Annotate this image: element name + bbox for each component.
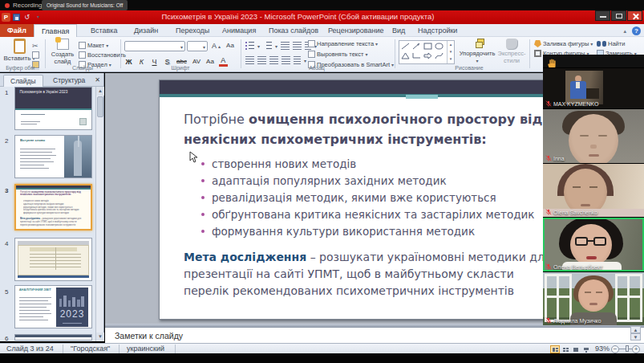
language-status[interactable]: украинский bbox=[127, 345, 164, 353]
zoom-percent[interactable]: 93% bbox=[595, 345, 610, 353]
text-shadow-button[interactable]: S bbox=[163, 58, 172, 66]
help-icon[interactable]: ? bbox=[632, 27, 641, 35]
next-slide-icon[interactable]: ▼ bbox=[630, 333, 641, 341]
strikethrough-button[interactable]: abc bbox=[176, 58, 188, 65]
thumb2-number: 2 bbox=[5, 137, 8, 145]
slide-thumbnail-5[interactable]: АНАЛІТИЧНИЙ ЗВІТ 2023 bbox=[14, 285, 92, 328]
slideshow-view-button[interactable] bbox=[581, 345, 591, 353]
participant-video-muzychko[interactable]: Людмила Музичко bbox=[543, 271, 644, 325]
justify-button[interactable] bbox=[281, 56, 290, 64]
notes-pane[interactable]: Заметки к слайду bbox=[105, 327, 644, 343]
participant-video-olena-s[interactable]: Olena Savchenko bbox=[543, 163, 644, 217]
participant-video-max[interactable]: MAX KYZMENKO bbox=[543, 67, 644, 108]
decrease-indent-button[interactable] bbox=[281, 42, 290, 50]
tab-slides-thumbnails[interactable]: Слайды bbox=[3, 75, 43, 87]
find-button[interactable]: Найти bbox=[597, 40, 625, 47]
zoom-in-button[interactable]: + bbox=[632, 345, 640, 353]
font-name-select[interactable]: ▾ bbox=[124, 41, 185, 51]
close-button[interactable] bbox=[627, 10, 642, 21]
align-right-button[interactable] bbox=[269, 56, 278, 64]
layout-button[interactable]: Макет▾ bbox=[79, 42, 108, 49]
tab-addins[interactable]: Надстройки bbox=[411, 24, 464, 37]
thumb5-number: 5 bbox=[5, 288, 8, 296]
change-case-button[interactable]: Аа bbox=[205, 58, 215, 65]
font-size-select[interactable]: ▾ bbox=[187, 41, 208, 51]
participant-video-veldbrekht[interactable]: Олена Вельдбрехт bbox=[543, 217, 644, 271]
numbering-button[interactable] bbox=[263, 42, 272, 50]
shape-fill-button[interactable]: Заливка фигуры▾ bbox=[534, 40, 593, 47]
shapes-scroll[interactable]: ▴▾▾ bbox=[447, 41, 454, 63]
status-bar: Слайд 3 из 24 "Городская" украинский 93%… bbox=[0, 343, 644, 353]
quick-styles-button[interactable]: Экспресс-стили bbox=[494, 39, 529, 64]
align-center-button[interactable] bbox=[257, 56, 266, 64]
thumb1-title: Психометрія в Україні 2023 bbox=[15, 88, 87, 95]
panel-scroll-up-icon[interactable]: ▲ bbox=[96, 87, 104, 96]
shape-triangle-icon[interactable] bbox=[399, 51, 411, 60]
reading-view-button[interactable] bbox=[571, 345, 581, 353]
paste-icon bbox=[14, 39, 26, 54]
shape-arrow-icon[interactable] bbox=[411, 41, 422, 51]
slide-thumbnail-6[interactable] bbox=[14, 334, 92, 341]
underline-button[interactable]: Ч bbox=[150, 58, 159, 66]
align-text-button[interactable]: Выровнять текст▾ bbox=[308, 51, 367, 58]
panel-scroll-thumb[interactable] bbox=[97, 96, 103, 117]
panel-close-icon[interactable]: ✕ bbox=[94, 76, 101, 84]
slide-sorter-view-button[interactable] bbox=[561, 345, 570, 353]
tab-animations[interactable]: Анимация bbox=[215, 24, 263, 37]
arrange-icon bbox=[472, 39, 484, 49]
zoom-slider-thumb[interactable] bbox=[626, 345, 629, 352]
slide-thumbnail-4[interactable] bbox=[14, 238, 92, 281]
bold-button[interactable]: Ж bbox=[124, 58, 133, 66]
char-spacing-button[interactable]: AV bbox=[192, 58, 201, 65]
new-slide-button[interactable]: Создать слайд bbox=[48, 39, 77, 65]
tab-review[interactable]: Рецензирование bbox=[321, 24, 391, 37]
shape-curve-icon[interactable] bbox=[433, 51, 444, 60]
italic-button[interactable]: К bbox=[137, 58, 146, 66]
increase-indent-button[interactable] bbox=[293, 42, 302, 50]
group-drawing-label: Рисование bbox=[425, 65, 513, 71]
tab-transitions[interactable]: Переходы bbox=[168, 24, 217, 37]
text-direction-button[interactable]: Направление текста▾ bbox=[308, 40, 378, 47]
font-size-up-button[interactable]: А▴ bbox=[212, 42, 221, 50]
shape-oval-icon[interactable] bbox=[433, 41, 444, 51]
panel-scroll-down-icon[interactable]: ▼ bbox=[96, 332, 104, 341]
tab-home[interactable]: Главная bbox=[34, 24, 77, 37]
align-left-button[interactable] bbox=[245, 56, 254, 64]
tab-file[interactable]: Файл bbox=[0, 24, 34, 37]
tab-design[interactable]: Дизайн bbox=[127, 24, 165, 37]
tab-outline[interactable]: Структура bbox=[47, 75, 91, 87]
shape-rect-icon[interactable] bbox=[422, 41, 433, 51]
shape-line-icon[interactable] bbox=[399, 41, 411, 51]
arrange-button[interactable]: Упорядочить ▾ bbox=[459, 39, 496, 64]
maximize-button[interactable] bbox=[611, 10, 626, 21]
copy-button[interactable] bbox=[32, 51, 39, 59]
panel-scrollbar[interactable]: ▲ ▼ bbox=[95, 87, 103, 341]
participant-name-row: Людмила Музичко bbox=[545, 317, 601, 324]
tab-insert[interactable]: Вставка bbox=[83, 24, 124, 37]
copy-icon bbox=[32, 51, 39, 59]
shape-elbow-icon[interactable] bbox=[411, 51, 422, 60]
thumb4-number: 4 bbox=[5, 240, 8, 247]
shape-block-arrow-icon[interactable] bbox=[422, 51, 433, 60]
reset-button[interactable]: Восстановить bbox=[79, 51, 126, 59]
columns-button[interactable] bbox=[294, 56, 301, 64]
slide-thumbnail-2[interactable]: Вступне слово bbox=[14, 135, 92, 178]
shapes-gallery[interactable]: ▴▾▾ bbox=[399, 40, 455, 64]
tab-slideshow[interactable]: Показ слайдов bbox=[261, 24, 326, 37]
collapse-ribbon-icon[interactable]: ▴ bbox=[623, 28, 626, 35]
minimize-button[interactable] bbox=[595, 10, 610, 21]
prev-slide-icon[interactable]: ▲ bbox=[630, 326, 641, 333]
original-sound-button[interactable]: Original Sound for Musicians: Off bbox=[42, 0, 128, 10]
paste-button[interactable]: Вставить ▾ bbox=[3, 39, 35, 62]
normal-view-button[interactable] bbox=[550, 345, 560, 353]
cut-button[interactable]: ✂ bbox=[32, 42, 38, 50]
zoom-out-button[interactable]: − bbox=[611, 345, 619, 353]
slide-thumbnail-1[interactable]: Психометрія в Україні 2023 bbox=[14, 87, 92, 130]
tab-view[interactable]: Вид bbox=[385, 24, 412, 37]
participant-video-inna[interactable]: Inna bbox=[543, 108, 644, 163]
font-size-down-button[interactable]: Аа bbox=[226, 42, 234, 49]
theme-status[interactable]: "Городская" bbox=[71, 345, 110, 353]
slide-thumbnail-3-selected[interactable]: Потрібне очищення психологічного простор… bbox=[14, 184, 92, 230]
bullets-button[interactable] bbox=[245, 42, 254, 50]
muted-mic-icon bbox=[545, 263, 552, 270]
